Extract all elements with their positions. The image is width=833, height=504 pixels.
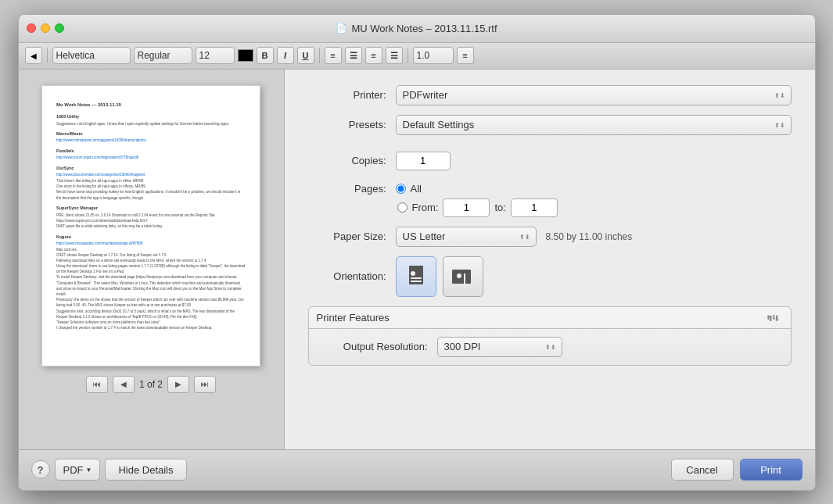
main-content: Mu Work Notes — 2013.11.15 1000 Utility …: [19, 70, 815, 449]
presets-row: Presets: Default Settings: [308, 115, 792, 135]
close-button[interactable]: [27, 23, 36, 33]
preview-panel: Mu Work Notes — 2013.11.15 1000 Utility …: [19, 70, 285, 449]
features-expand-wrapper: ⬆⬇: [767, 312, 783, 323]
paper-size-inner: US Letter 8.50 by 11.00 inches: [396, 227, 792, 247]
bold-button[interactable]: B: [257, 47, 274, 64]
pdf-label: PDF: [63, 464, 84, 476]
divider-2: [319, 48, 320, 63]
features-expand-icon[interactable]: ⬆⬇: [767, 314, 780, 323]
align-left-button[interactable]: ≡: [325, 47, 342, 64]
copies-input[interactable]: [396, 152, 451, 170]
pages-all-radio[interactable]: [396, 184, 406, 194]
copies-label: Copies:: [308, 155, 386, 166]
printer-row: Printer: PDFwriter: [308, 85, 792, 105]
window-title: 📄 MU Work Notes – 2013.11.15.rtf: [336, 23, 497, 34]
pages-from-input[interactable]: [443, 198, 490, 217]
align-right-button[interactable]: ≡: [365, 47, 382, 64]
output-resolution-row: Output Resolution: 300 DPI: [318, 337, 781, 357]
paper-dimensions: 8.50 by 11.00 inches: [546, 231, 633, 242]
minimize-button[interactable]: [41, 23, 50, 33]
presets-label: Presets:: [308, 119, 386, 130]
bottom-bar: ? PDF ▼ Hide Details Cancel Print: [19, 449, 815, 490]
pages-row: Pages: All From: to:: [308, 181, 792, 217]
settings-panel: Printer: PDFwriter Presets: Default Sett…: [285, 70, 815, 449]
features-header: Printer Features ⬆⬇: [309, 307, 791, 329]
divider-1: [47, 48, 48, 63]
svg-rect-3: [411, 281, 422, 282]
svg-rect-2: [411, 277, 422, 279]
paper-size-label: Paper Size:: [308, 231, 386, 242]
pages-all-row: All: [396, 183, 792, 195]
orientation-row: Orientation:: [308, 256, 792, 297]
paper-size-select-wrapper: US Letter: [396, 227, 537, 247]
printer-select-wrapper: PDFwriter: [396, 85, 792, 105]
copies-control: [396, 152, 792, 170]
pages-from-to-row: From: to:: [396, 198, 792, 217]
list-button[interactable]: ≡: [457, 47, 474, 64]
bottom-right-controls: Cancel Print: [671, 459, 802, 481]
last-page-button[interactable]: ⏭: [194, 376, 216, 393]
printer-select[interactable]: PDFwriter: [396, 85, 792, 105]
page-controls: ⏮ ◀ 1 of 2 ▶ ⏭: [86, 376, 216, 393]
justify-button[interactable]: ☰: [386, 47, 403, 64]
svg-rect-4: [452, 270, 471, 284]
main-window: 📄 MU Work Notes – 2013.11.15.rtf ◀ Helve…: [18, 14, 816, 491]
document-icon: 📄: [336, 23, 347, 34]
toolbar-nav-back[interactable]: ◀: [25, 47, 42, 64]
portrait-button[interactable]: [396, 256, 436, 297]
underline-button[interactable]: U: [297, 47, 314, 64]
first-page-button[interactable]: ⏮: [86, 376, 108, 393]
page-preview: Mu Work Notes — 2013.11.15 1000 Utility …: [41, 85, 260, 366]
hide-details-button[interactable]: Hide Details: [105, 459, 186, 481]
line-spacing-select[interactable]: 1.0: [413, 47, 454, 64]
page-count: 1 of 2: [139, 379, 163, 390]
next-page-button[interactable]: ▶: [167, 376, 189, 393]
align-center-button[interactable]: ☰: [345, 47, 362, 64]
traffic-lights: [27, 23, 64, 33]
svg-point-5: [457, 273, 461, 278]
orientation-options: [396, 256, 792, 297]
printer-features-section: Printer Features ⬆⬇ Output Resolution: 3…: [308, 306, 792, 366]
orientation-label: Orientation:: [308, 270, 386, 282]
font-size-select[interactable]: 12: [196, 47, 235, 64]
copies-row: Copies:: [308, 151, 792, 171]
prev-page-button[interactable]: ◀: [113, 376, 135, 393]
maximize-button[interactable]: [55, 23, 64, 33]
printer-select-container: PDFwriter: [396, 85, 792, 105]
features-content: Output Resolution: 300 DPI: [309, 329, 791, 365]
toolbar: ◀ Helvetica Regular 12 B I U ≡ ☰ ≡ ☰ 1.0…: [19, 43, 815, 70]
font-family-select[interactable]: Helvetica: [52, 47, 131, 64]
font-style-select[interactable]: Regular: [134, 47, 192, 64]
preview-doc-title: Mu Work Notes — 2013.11.15: [56, 102, 246, 109]
pages-label: Pages:: [308, 183, 386, 195]
pages-control: All From: to:: [396, 183, 792, 217]
italic-button[interactable]: I: [277, 47, 294, 64]
cancel-button[interactable]: Cancel: [671, 459, 734, 481]
printer-label: Printer:: [308, 89, 386, 101]
output-resolution-select-wrapper: 300 DPI: [437, 337, 562, 357]
titlebar: 📄 MU Work Notes – 2013.11.15.rtf: [19, 15, 815, 43]
pages-to-input[interactable]: [511, 198, 558, 217]
pdf-button[interactable]: PDF ▼: [55, 459, 101, 481]
help-button[interactable]: ?: [31, 460, 50, 479]
bottom-left-controls: ? PDF ▼ Hide Details: [31, 459, 187, 481]
landscape-button[interactable]: [443, 256, 483, 297]
svg-rect-6: [464, 273, 465, 286]
presets-select[interactable]: Default Settings: [396, 115, 792, 135]
output-resolution-select[interactable]: 300 DPI: [437, 337, 562, 357]
paper-size-select[interactable]: US Letter: [396, 227, 537, 247]
features-title: Printer Features: [317, 312, 390, 323]
divider-3: [408, 48, 408, 63]
pages-section: All From: to:: [396, 183, 792, 217]
print-button[interactable]: Print: [740, 459, 802, 481]
pages-from-radio[interactable]: [397, 202, 408, 213]
output-resolution-control: 300 DPI: [437, 337, 781, 357]
output-resolution-label: Output Resolution:: [318, 341, 428, 352]
presets-select-wrapper: Default Settings: [396, 115, 792, 135]
paper-size-row: Paper Size: US Letter 8.50 by 11.00 inch…: [308, 227, 792, 247]
text-color-swatch[interactable]: [238, 49, 253, 62]
presets-select-container: Default Settings: [396, 115, 792, 135]
svg-point-1: [411, 271, 415, 276]
paper-size-control: US Letter 8.50 by 11.00 inches: [396, 227, 792, 247]
pdf-arrow-icon: ▼: [86, 466, 92, 474]
